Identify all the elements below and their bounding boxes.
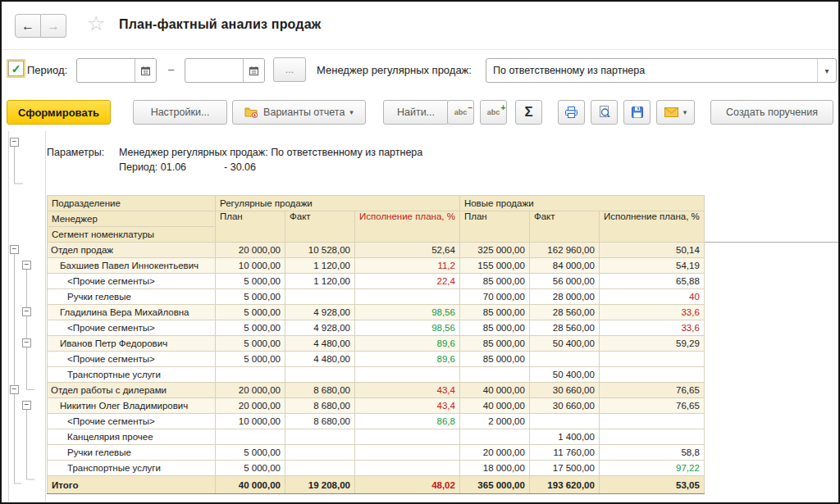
row-name-cell[interactable]: <Прочие сегменты> <box>48 274 216 289</box>
group-collapse-toggle[interactable]: − <box>22 261 31 270</box>
back-button[interactable]: ← <box>15 14 41 38</box>
value-cell[interactable]: 52,64 <box>355 243 460 258</box>
value-cell[interactable]: 5 000,00 <box>216 305 285 320</box>
value-cell[interactable]: 17 500,00 <box>529 461 599 476</box>
row-name-cell[interactable]: Ручки гелевые <box>48 289 216 305</box>
value-cell[interactable]: 2 000,00 <box>459 414 529 429</box>
value-cell[interactable] <box>216 429 285 445</box>
value-cell[interactable]: 22,4 <box>355 274 460 289</box>
value-cell[interactable] <box>285 461 355 476</box>
value-cell[interactable]: 28 560,00 <box>529 320 599 336</box>
value-cell[interactable] <box>355 429 460 445</box>
value-cell[interactable]: 20 000,00 <box>216 243 285 258</box>
value-cell[interactable] <box>285 367 355 383</box>
favorite-star-icon[interactable]: ☆ <box>87 11 105 35</box>
value-cell[interactable]: 10 528,00 <box>285 243 355 258</box>
value-cell[interactable] <box>529 414 599 429</box>
row-name-cell[interactable]: Транспортные услуги <box>48 367 216 383</box>
value-cell[interactable]: 5 000,00 <box>216 445 285 461</box>
value-cell[interactable] <box>355 445 460 461</box>
value-cell[interactable]: 89,6 <box>355 336 460 352</box>
value-cell[interactable] <box>285 445 355 461</box>
period-checkbox[interactable]: ✓ <box>8 61 24 76</box>
value-cell[interactable]: 162 960,00 <box>529 243 599 258</box>
group-collapse-toggle[interactable]: − <box>10 385 19 394</box>
value-cell[interactable]: 8 680,00 <box>285 398 355 414</box>
value-cell[interactable] <box>459 429 529 445</box>
value-cell[interactable]: 4 928,00 <box>285 320 355 336</box>
total-value-cell[interactable]: 193 620,00 <box>529 476 599 494</box>
header-measure[interactable]: План <box>459 211 529 243</box>
row-name-cell[interactable]: Канцелярия прочее <box>48 429 216 445</box>
generate-button[interactable]: Сформировать <box>7 100 111 125</box>
value-cell[interactable]: 5 000,00 <box>216 274 285 289</box>
value-cell[interactable]: 28 560,00 <box>529 305 599 320</box>
calendar-button[interactable] <box>135 59 156 82</box>
header-new-sales[interactable]: Новые продажи <box>459 196 704 211</box>
row-name-cell[interactable]: Иванов Петр Федорович <box>48 336 216 352</box>
value-cell[interactable]: 20 000,00 <box>459 445 529 461</box>
value-cell[interactable]: 11,2 <box>355 258 460 274</box>
header-measure[interactable]: Исполнение плана, % <box>355 211 460 243</box>
value-cell[interactable]: 33,6 <box>599 305 704 320</box>
value-cell[interactable]: 84 000,00 <box>529 258 599 274</box>
value-cell[interactable]: 4 480,00 <box>285 336 355 352</box>
row-name-cell[interactable]: Никитин Олег Владимирович <box>48 398 216 414</box>
value-cell[interactable]: 11 760,00 <box>529 445 599 461</box>
row-name-cell[interactable]: <Прочие сегменты> <box>48 320 216 336</box>
row-name-cell[interactable]: <Прочие сегменты> <box>48 352 216 367</box>
value-cell[interactable]: 4 480,00 <box>285 352 355 367</box>
value-cell[interactable]: 50,14 <box>599 243 704 258</box>
total-value-cell[interactable]: 19 208,00 <box>285 476 355 494</box>
group-collapse-toggle[interactable]: − <box>10 245 19 254</box>
value-cell[interactable]: 85 000,00 <box>459 320 529 336</box>
value-cell[interactable]: 20 000,00 <box>216 398 285 414</box>
value-cell[interactable]: 85 000,00 <box>459 336 529 352</box>
value-cell[interactable]: 98,56 <box>355 305 460 320</box>
value-cell[interactable] <box>599 414 704 429</box>
value-cell[interactable]: 40 000,00 <box>459 398 529 414</box>
value-cell[interactable]: 50 400,00 <box>529 367 599 383</box>
group-collapse-toggle[interactable]: − <box>22 307 31 316</box>
date-to-input[interactable] <box>185 58 265 83</box>
value-cell[interactable]: 33,6 <box>599 320 704 336</box>
value-cell[interactable] <box>355 367 460 383</box>
value-cell[interactable] <box>599 429 704 445</box>
header-manager[interactable]: Менеджер <box>48 211 216 227</box>
total-value-cell[interactable]: 53,05 <box>599 476 704 494</box>
value-cell[interactable]: 85 000,00 <box>459 352 529 367</box>
preview-button[interactable] <box>591 100 618 125</box>
row-name-cell[interactable]: Ручки гелевые <box>48 445 216 461</box>
row-name-cell[interactable]: Гладилина Вера Михайловна <box>48 305 216 320</box>
report-variants-button[interactable]: Варианты отчета ▾ <box>232 100 366 125</box>
group-collapse-toggle[interactable]: − <box>22 401 31 410</box>
value-cell[interactable]: 28 000,00 <box>529 289 599 305</box>
value-cell[interactable]: 59,29 <box>599 336 704 352</box>
value-cell[interactable]: 85 000,00 <box>459 274 529 289</box>
value-cell[interactable]: 70 000,00 <box>459 289 529 305</box>
header-segment[interactable]: Сегмент номенклатуры <box>48 227 216 243</box>
value-cell[interactable]: 43,4 <box>355 383 460 398</box>
value-cell[interactable]: 18 000,00 <box>459 461 529 476</box>
value-cell[interactable]: 56 000,00 <box>529 274 599 289</box>
calendar-button[interactable] <box>243 59 264 82</box>
value-cell[interactable] <box>285 289 355 305</box>
row-name-cell[interactable]: Бахшиев Павел Иннокентьевич <box>48 258 216 274</box>
value-cell[interactable]: 1 400,00 <box>529 429 599 445</box>
value-cell[interactable]: 89,6 <box>355 352 460 367</box>
value-cell[interactable]: 85 000,00 <box>459 305 529 320</box>
value-cell[interactable]: 5 000,00 <box>216 461 285 476</box>
header-measure[interactable]: Исполнение плана, % <box>599 211 704 243</box>
value-cell[interactable]: 5 000,00 <box>216 352 285 367</box>
value-cell[interactable]: 1 120,00 <box>285 258 355 274</box>
value-cell[interactable]: 325 000,00 <box>459 243 529 258</box>
value-cell[interactable] <box>459 367 529 383</box>
total-value-cell[interactable]: 40 000,00 <box>216 476 285 494</box>
value-cell[interactable] <box>529 352 599 367</box>
header-measure[interactable]: Факт <box>285 211 355 243</box>
value-cell[interactable]: 8 680,00 <box>285 414 355 429</box>
header-podrazdelenie[interactable]: Подразделение <box>48 196 216 211</box>
value-cell[interactable]: 5 000,00 <box>216 320 285 336</box>
date-from-input[interactable] <box>76 58 157 83</box>
value-cell[interactable]: 40 <box>599 289 704 305</box>
